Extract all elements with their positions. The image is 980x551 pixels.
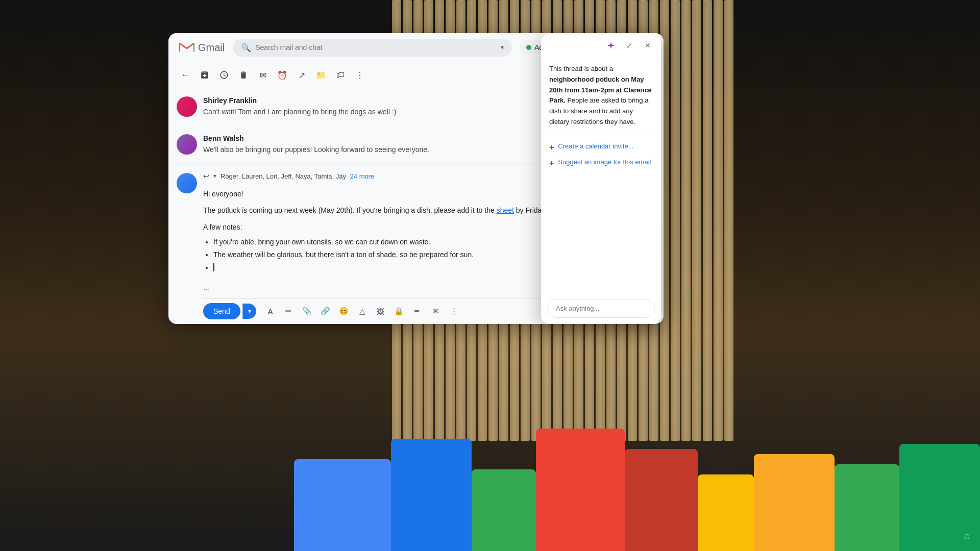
compose-intro-text: The potluck is coming up next week (May … — [203, 206, 495, 214]
ai-plus-icon-1: + — [549, 142, 554, 152]
delete-button[interactable] — [235, 66, 252, 84]
ai-gemini-icon — [604, 38, 618, 53]
ai-action-image-label: Suggest an image for this email — [558, 158, 651, 166]
expand-icon: ▾ — [213, 172, 216, 180]
clock-button[interactable]: ⏰ — [274, 66, 291, 84]
mark-read-button[interactable]: ✉ — [254, 66, 272, 84]
ai-action-calendar[interactable]: + Create a calendar invite... — [549, 142, 653, 152]
ai-summary-bold: neighborhood potluck on May 20th from 11… — [549, 76, 652, 105]
color-blocks — [294, 408, 980, 551]
search-dropdown-icon[interactable]: ▾ — [501, 44, 504, 51]
text-cursor — [213, 263, 214, 271]
ai-action-image[interactable]: + Suggest an image for this email — [549, 158, 653, 168]
highlight-button[interactable]: ✏ — [281, 303, 297, 319]
send-dropdown-button[interactable]: ▾ — [242, 304, 256, 319]
formatting-button[interactable]: A — [262, 303, 279, 319]
archive-button[interactable] — [196, 66, 213, 84]
more-compose-button[interactable]: ⋮ — [446, 303, 462, 319]
gmail-title: Gmail — [198, 42, 225, 54]
ai-actions: + Create a calendar invite... + Suggest … — [541, 134, 661, 299]
mail-button[interactable]: ✉ — [428, 303, 444, 319]
snooze-button[interactable] — [215, 66, 233, 84]
drive-button[interactable]: △ — [354, 303, 371, 319]
active-indicator — [526, 45, 531, 50]
link-button[interactable]: 🔗 — [317, 303, 334, 319]
sheet-link[interactable]: sheet — [497, 206, 514, 214]
signature-button[interactable]: ✒ — [409, 303, 426, 319]
avatar-shirley — [177, 96, 197, 117]
avatar-compose — [177, 173, 197, 193]
search-input[interactable] — [255, 43, 497, 52]
search-bar[interactable]: 🔍 ▾ — [233, 39, 512, 57]
ai-panel-header: ⤢ ✕ — [541, 33, 661, 58]
ai-close-button[interactable]: ✕ — [641, 38, 655, 53]
ai-action-calendar-label: Create a calendar invite... — [558, 142, 633, 150]
ai-panel: ⤢ ✕ This thread is about a neighborhood … — [541, 33, 661, 324]
gmail-logo: Gmail — [179, 41, 225, 54]
attach-button[interactable]: 📎 — [299, 303, 315, 319]
send-button[interactable]: Send — [203, 303, 240, 319]
image-button[interactable]: 🖼 — [373, 303, 389, 319]
reply-icon: ↩ — [203, 172, 209, 180]
avatar-benn — [177, 134, 197, 155]
recipients-list: Roger, Lauren, Lori, Jeff, Naya, Tamia, … — [220, 172, 346, 180]
ai-expand-button[interactable]: ⤢ — [622, 38, 636, 53]
label-button[interactable]: 🏷 — [332, 66, 349, 84]
ai-ask-input[interactable] — [547, 299, 655, 318]
emoji-button[interactable]: 😊 — [336, 303, 352, 319]
more-recipients[interactable]: 24 more — [350, 172, 375, 180]
google-watermark: G — [964, 533, 970, 541]
gmail-logo-icon — [179, 41, 195, 54]
lock-button[interactable]: 🔒 — [391, 303, 407, 319]
search-icon: 🔍 — [241, 43, 251, 53]
more-button[interactable]: ⋮ — [351, 66, 369, 84]
ai-plus-icon-2: + — [549, 158, 554, 168]
compose-recipients: Roger, Lauren, Lori, Jeff, Naya, Tamia, … — [220, 172, 374, 180]
folder-button[interactable]: 📁 — [312, 66, 330, 84]
back-button[interactable]: ← — [177, 66, 194, 84]
forward-button[interactable]: ↗ — [293, 66, 310, 84]
ai-summary: This thread is about a neighborhood potl… — [541, 58, 661, 134]
